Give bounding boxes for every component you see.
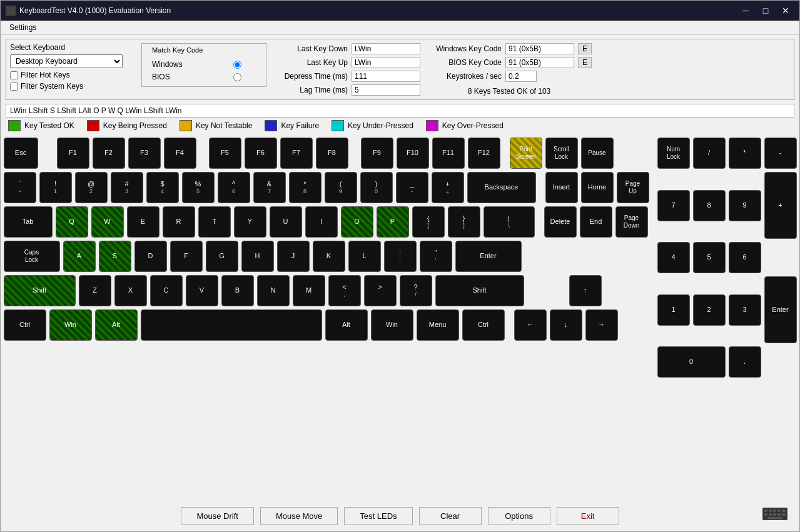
key-left-shift[interactable]: Shift (4, 275, 76, 306)
key-backtick[interactable]: `~ (4, 172, 36, 203)
key-up[interactable]: ↑ (569, 275, 602, 306)
key-num-4[interactable]: 4 (657, 242, 690, 273)
key-s[interactable]: S (99, 241, 131, 272)
key-tab[interactable]: Tab (4, 206, 53, 238)
key-4[interactable]: $4 (146, 172, 179, 203)
key-page-up[interactable]: PageUp (617, 172, 649, 203)
key-esc[interactable]: Esc (4, 138, 38, 169)
key-f7[interactable]: F7 (280, 138, 313, 169)
key-num-enter[interactable]: Enter (764, 276, 797, 343)
key-open-bracket[interactable]: {[ (412, 206, 445, 238)
key-k[interactable]: K (313, 241, 345, 272)
key-i[interactable]: I (305, 206, 338, 238)
key-f2[interactable]: F2 (93, 138, 125, 169)
key-t[interactable]: T (198, 206, 231, 238)
key-end[interactable]: End (580, 206, 612, 238)
key-f4[interactable]: F4 (164, 138, 196, 169)
key-d[interactable]: D (134, 241, 167, 272)
key-w[interactable]: W (91, 206, 124, 238)
key-f11[interactable]: F11 (432, 138, 465, 169)
radio-bios-item[interactable]: BIOS (152, 73, 256, 81)
key-quote[interactable]: "' (420, 241, 452, 272)
key-backspace[interactable]: Backspace (467, 172, 536, 203)
key-2[interactable]: @2 (75, 172, 108, 203)
key-f8[interactable]: F8 (316, 138, 348, 169)
key-f[interactable]: F (170, 241, 203, 272)
key-right-shift[interactable]: Shift (435, 275, 524, 306)
key-5[interactable]: %5 (182, 172, 215, 203)
options-button[interactable]: Options (488, 507, 550, 525)
key-num-9[interactable]: 9 (729, 190, 761, 221)
keyboard-select-dropdown[interactable]: Desktop Keyboard Laptop Keyboard (10, 54, 123, 68)
key-9[interactable]: (9 (325, 172, 357, 203)
key-minus[interactable]: _- (396, 172, 428, 203)
filter-system-keys-item[interactable]: Filter System Keys (10, 82, 135, 91)
key-1[interactable]: !1 (39, 172, 72, 203)
key-comma[interactable]: <, (328, 275, 361, 306)
mouse-move-button[interactable]: Mouse Move (260, 507, 338, 525)
key-scroll-lock[interactable]: ScrollLock (545, 138, 578, 169)
key-left-win[interactable]: Win (49, 309, 92, 341)
windows-key-e-button[interactable]: E (578, 43, 592, 54)
radio-windows-item[interactable]: Windows (152, 60, 256, 69)
key-f10[interactable]: F10 (397, 138, 429, 169)
key-c[interactable]: C (150, 275, 183, 306)
bios-key-e-button[interactable]: E (578, 57, 592, 68)
key-num-6[interactable]: 6 (729, 242, 761, 273)
key-left-ctrl[interactable]: Ctrl (4, 309, 46, 341)
key-home[interactable]: Home (581, 172, 614, 203)
key-h[interactable]: H (241, 241, 274, 272)
key-backslash[interactable]: |\ (484, 206, 535, 238)
key-page-down[interactable]: PageDown (615, 206, 648, 238)
key-period[interactable]: >. (364, 275, 397, 306)
key-right-ctrl[interactable]: Ctrl (462, 309, 505, 341)
key-num-lock[interactable]: NumLock (657, 138, 690, 169)
key-right-alt[interactable]: Alt (325, 309, 368, 341)
key-num-minus[interactable]: - (764, 138, 797, 169)
key-q[interactable]: Q (56, 206, 88, 238)
key-f6[interactable]: F6 (245, 138, 277, 169)
key-num-2[interactable]: 2 (693, 294, 726, 326)
key-num-1[interactable]: 1 (657, 294, 690, 326)
key-3[interactable]: #3 (111, 172, 143, 203)
key-close-bracket[interactable]: }] (448, 206, 480, 238)
key-f1[interactable]: F1 (57, 138, 89, 169)
key-f9[interactable]: F9 (361, 138, 393, 169)
close-button[interactable]: ✕ (777, 4, 794, 18)
minimize-button[interactable]: ─ (737, 4, 754, 18)
clear-button[interactable]: Clear (419, 507, 482, 525)
key-g[interactable]: G (206, 241, 238, 272)
filter-hot-keys-item[interactable]: Filter Hot Keys (10, 71, 135, 79)
key-f5[interactable]: F5 (209, 138, 241, 169)
key-0[interactable]: )0 (360, 172, 393, 203)
menu-settings[interactable]: Settings (6, 22, 40, 33)
key-l[interactable]: L (348, 241, 381, 272)
key-slash[interactable]: ?/ (400, 275, 432, 306)
key-7[interactable]: &7 (253, 172, 286, 203)
filter-system-keys-checkbox[interactable] (10, 83, 18, 91)
key-e[interactable]: E (127, 206, 159, 238)
key-y[interactable]: Y (234, 206, 266, 238)
key-equals[interactable]: += (432, 172, 464, 203)
key-print-screen[interactable]: PrintScreen (510, 138, 542, 169)
key-x[interactable]: X (114, 275, 147, 306)
key-m[interactable]: M (293, 275, 325, 306)
key-p[interactable]: P (377, 206, 409, 238)
exit-button[interactable]: Exit (557, 507, 619, 525)
key-6[interactable]: ^6 (218, 172, 250, 203)
key-n[interactable]: N (257, 275, 290, 306)
key-num-7[interactable]: 7 (657, 190, 690, 221)
key-insert[interactable]: Insert (545, 172, 578, 203)
key-num-asterisk[interactable]: * (729, 138, 761, 169)
key-num-3[interactable]: 3 (729, 294, 761, 326)
filter-hot-keys-checkbox[interactable] (10, 71, 18, 79)
key-semicolon[interactable]: :; (384, 241, 417, 272)
key-num-0[interactable]: 0 (657, 346, 726, 378)
key-delete[interactable]: Delete (544, 206, 577, 238)
radio-bios[interactable] (233, 73, 241, 81)
key-right[interactable]: → (585, 309, 618, 341)
key-menu[interactable]: Menu (417, 309, 459, 341)
key-b[interactable]: B (221, 275, 254, 306)
key-j[interactable]: J (277, 241, 310, 272)
key-num-8[interactable]: 8 (693, 190, 726, 221)
